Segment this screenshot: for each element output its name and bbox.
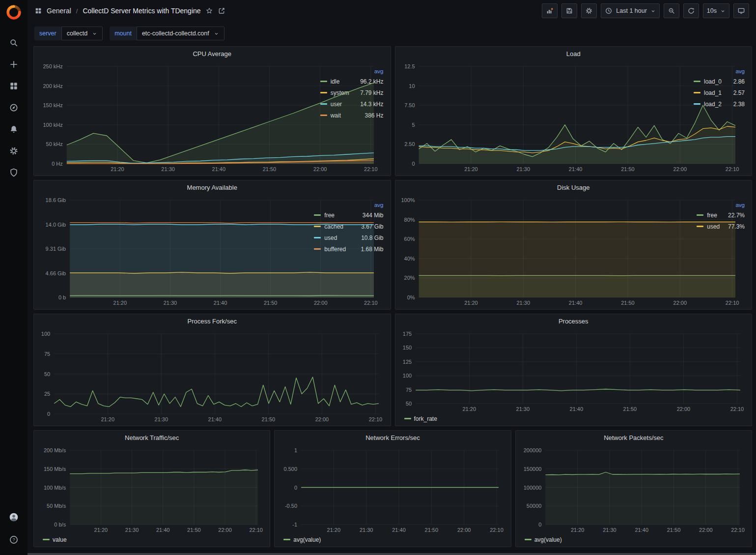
- svg-text:21:20: 21:20: [113, 300, 127, 306]
- refresh-icon: [687, 7, 695, 15]
- panel-title[interactable]: CPU Average: [34, 47, 391, 60]
- panel-title[interactable]: Network Errors/sec: [275, 431, 510, 444]
- refresh-button[interactable]: [683, 3, 699, 18]
- share-icon[interactable]: [218, 7, 225, 15]
- svg-text:22:10: 22:10: [364, 166, 378, 172]
- svg-text:75: 75: [44, 351, 50, 357]
- dashboard-settings-button[interactable]: [581, 3, 597, 18]
- svg-text:21:30: 21:30: [164, 300, 177, 306]
- explore-icon[interactable]: [5, 99, 23, 116]
- dashboards-icon[interactable]: [5, 78, 23, 94]
- svg-text:21:40: 21:40: [214, 300, 227, 306]
- refresh-interval-picker[interactable]: 10s: [703, 3, 729, 18]
- legend-item[interactable]: value: [43, 536, 67, 543]
- network-packets-chart[interactable]: 05000010000015000020000021:2021:3021:402…: [520, 444, 748, 534]
- svg-text:21:30: 21:30: [603, 527, 616, 533]
- svg-text:22:00: 22:00: [457, 527, 471, 533]
- svg-text:21:40: 21:40: [208, 416, 222, 422]
- variable-label-mount: mount: [110, 27, 137, 40]
- svg-text:50 Mb/s: 50 Mb/s: [47, 503, 66, 509]
- alerting-icon[interactable]: [5, 121, 23, 138]
- svg-text:21:50: 21:50: [667, 527, 680, 533]
- svg-text:21:40: 21:40: [212, 166, 226, 172]
- save-icon: [565, 7, 573, 15]
- sidebar: ?: [0, 0, 28, 555]
- panel-load: Load 02.5057.501012.521:2021:3021:4021:5…: [395, 46, 753, 176]
- svg-text:100: 100: [41, 331, 50, 337]
- svg-text:21:30: 21:30: [161, 166, 175, 172]
- user-avatar[interactable]: [5, 509, 23, 526]
- svg-text:0: 0: [412, 161, 415, 167]
- variable-value-mount[interactable]: etc-collectd-collectd.conf: [137, 27, 224, 40]
- legend-item[interactable]: avg(value): [283, 536, 321, 543]
- svg-text:21:30: 21:30: [516, 300, 530, 306]
- svg-text:0 Hz: 0 Hz: [52, 161, 63, 167]
- panel-title[interactable]: Process Fork/sec: [34, 314, 391, 328]
- time-range-label: Last 1 hour: [616, 7, 647, 14]
- cycle-view-button[interactable]: [733, 3, 749, 18]
- processes-chart[interactable]: 507510012515017521:2021:3021:4021:5022:0…: [399, 328, 748, 413]
- svg-text:100%: 100%: [401, 197, 415, 203]
- panel-title[interactable]: Network Packets/sec: [516, 431, 752, 444]
- svg-text:22:10: 22:10: [364, 300, 378, 306]
- legend-swatch-icon: [43, 539, 50, 540]
- page-title: CollectD Server Metrics with TDengine: [83, 7, 200, 15]
- configuration-icon[interactable]: [5, 143, 23, 159]
- dashboard-grid-icon[interactable]: [34, 7, 42, 15]
- save-dashboard-button[interactable]: [561, 3, 577, 18]
- breadcrumb-section[interactable]: General: [47, 7, 71, 15]
- svg-text:0: 0: [294, 485, 297, 491]
- svg-text:21:50: 21:50: [263, 166, 277, 172]
- server-admin-icon[interactable]: [5, 164, 23, 181]
- panel-title[interactable]: Load: [395, 47, 752, 60]
- svg-text:2.50: 2.50: [404, 141, 415, 147]
- legend-item[interactable]: fork_rate: [404, 415, 437, 422]
- network-traffic-chart[interactable]: 0 b/s50 Mb/s100 Mb/s150 Mb/s200 Mb/s21:2…: [38, 444, 266, 534]
- svg-text:22:10: 22:10: [725, 166, 739, 172]
- time-range-picker[interactable]: Last 1 hour: [601, 3, 660, 18]
- star-icon[interactable]: [205, 7, 213, 15]
- help-icon[interactable]: ?: [5, 531, 23, 548]
- panel-process-fork: Process Fork/sec 025507510021:2021:3021:…: [33, 314, 391, 426]
- load-chart[interactable]: 02.5057.501012.521:2021:3021:4021:5022:0…: [399, 60, 692, 174]
- panel-title[interactable]: Memory Available: [34, 180, 391, 194]
- panel-processes: Processes 507510012515017521:2021:3021:4…: [395, 314, 753, 426]
- disk-usage-chart[interactable]: 0%20%40%60%80%100%21:2021:3021:4021:5022…: [399, 194, 695, 307]
- svg-text:150 kHz: 150 kHz: [43, 102, 62, 108]
- svg-text:22:00: 22:00: [313, 166, 327, 172]
- zoom-out-icon: [668, 7, 675, 15]
- network-errors-chart[interactable]: -1-0.5000.500121:2021:3021:4021:5022:002…: [279, 444, 506, 534]
- grafana-logo[interactable]: [6, 5, 21, 20]
- svg-text:12.5: 12.5: [404, 63, 415, 69]
- panel-disk-usage: Disk Usage 0%20%40%60%80%100%21:2021:302…: [395, 180, 753, 310]
- variable-selected-mount: etc-collectd-collectd.conf: [142, 30, 209, 37]
- panel-title[interactable]: Processes: [395, 314, 752, 328]
- variable-value-server[interactable]: collectd: [61, 27, 103, 40]
- panel-title[interactable]: Network Traffic/sec: [34, 431, 270, 444]
- svg-text:4.66 Gib: 4.66 Gib: [46, 270, 66, 276]
- add-panel-button[interactable]: [542, 3, 558, 18]
- variable-label-server: server: [34, 27, 61, 40]
- sidebar-nav: [5, 34, 23, 181]
- memory-available-chart[interactable]: 0 b4.66 Gib9.31 Gib14.0 Gib18.6 Gib21:20…: [38, 194, 312, 307]
- cpu-average-chart[interactable]: 0 Hz50 kHz100 kHz150 kHz200 kHz250 kHz21…: [38, 60, 318, 174]
- variable-selected-server: collectd: [67, 30, 87, 37]
- zoom-out-button[interactable]: [664, 3, 679, 18]
- process-fork-chart[interactable]: 025507510021:2021:3021:4021:5022:0022:10: [38, 328, 387, 424]
- panel-title[interactable]: Disk Usage: [395, 180, 752, 194]
- horizontal-scrollbar[interactable]: [28, 553, 756, 555]
- legend-item[interactable]: avg(value): [525, 536, 562, 543]
- svg-text:22:00: 22:00: [218, 527, 232, 533]
- svg-text:21:40: 21:40: [392, 527, 406, 533]
- svg-text:21:40: 21:40: [568, 166, 582, 172]
- search-icon[interactable]: [5, 34, 23, 51]
- svg-text:175: 175: [402, 331, 411, 337]
- svg-text:200 Mb/s: 200 Mb/s: [44, 447, 66, 453]
- svg-text:100 kHz: 100 kHz: [43, 122, 62, 128]
- create-icon[interactable]: [5, 56, 23, 73]
- svg-text:22:10: 22:10: [725, 300, 739, 306]
- svg-text:0: 0: [47, 411, 50, 417]
- svg-text:21:40: 21:40: [568, 300, 582, 306]
- legend: value: [38, 534, 266, 545]
- svg-text:50 kHz: 50 kHz: [46, 141, 63, 147]
